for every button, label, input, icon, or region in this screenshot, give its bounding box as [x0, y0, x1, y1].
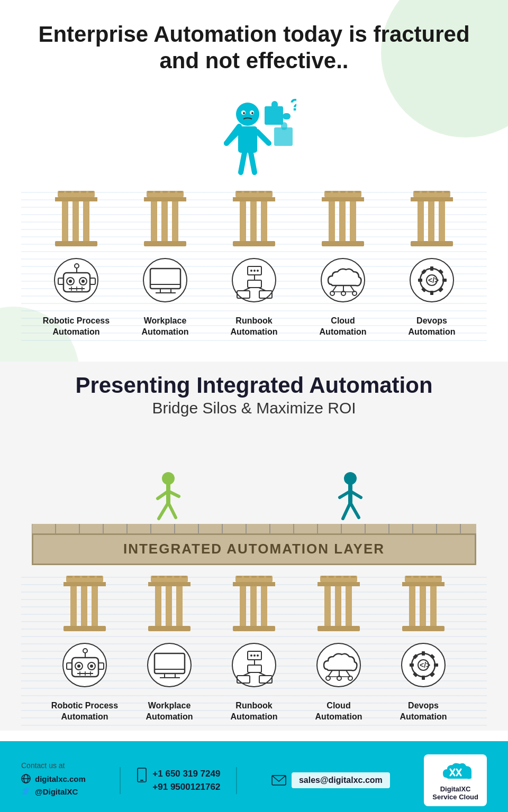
- svg-rect-184: [155, 586, 161, 626]
- automation-item-rpa-bottom: Robotic ProcessAutomation: [42, 576, 127, 731]
- svg-rect-242: [409, 586, 415, 626]
- runbook-label-bottom: RunbookAutomation: [231, 700, 278, 723]
- svg-rect-67: [259, 191, 264, 193]
- phone2: +91 9500121762: [152, 780, 220, 794]
- svg-rect-160: [81, 586, 87, 626]
- rpa-label-bottom: Robotic ProcessAutomation: [51, 700, 118, 723]
- pillar-icon-bottom: [146, 576, 193, 634]
- automation-item-cloud-bottom: CloudAutomation: [296, 576, 381, 731]
- automation-item-runbook-bottom: RunbookAutomation: [212, 576, 296, 731]
- svg-rect-59: [233, 197, 275, 201]
- svg-rect-68: [266, 191, 271, 193]
- svg-rect-11: [238, 126, 257, 153]
- svg-point-9: [243, 112, 245, 114]
- pillar-icon: [319, 191, 367, 249]
- devops-label-top: DevopsAutomation: [409, 316, 456, 338]
- svg-rect-44: [151, 201, 157, 241]
- website-row: digitalxc.com: [21, 774, 86, 783]
- svg-rect-116: [418, 279, 422, 282]
- bridge-layer-label: INTEGRATED AUTOMATION LAYER: [123, 541, 385, 557]
- svg-rect-85: [322, 241, 364, 246]
- svg-rect-64: [237, 191, 242, 193]
- confused-person-icon: ?: [21, 90, 487, 180]
- svg-rect-43: [144, 197, 186, 201]
- footer-phone-section: +1 650 319 7249 +91 9500121762: [120, 767, 237, 794]
- svg-text:</>: </>: [420, 661, 430, 669]
- svg-line-134: [350, 503, 359, 518]
- svg-point-172: [77, 665, 80, 668]
- svg-rect-27: [88, 191, 94, 193]
- svg-point-77: [250, 270, 252, 272]
- svg-rect-65: [244, 191, 249, 193]
- svg-rect-225: [318, 626, 360, 631]
- svg-point-78: [253, 270, 256, 272]
- runbook-label-top: RunbookAutomation: [231, 316, 278, 338]
- pillar-icon-bottom: [315, 576, 362, 634]
- svg-rect-221: [318, 582, 360, 586]
- svg-rect-187: [148, 626, 190, 631]
- svg-rect-241: [402, 582, 444, 586]
- svg-rect-159: [70, 586, 77, 626]
- svg-rect-2: [283, 113, 291, 119]
- svg-rect-47: [144, 241, 186, 246]
- gear-icon-bottom: </>: [401, 643, 446, 688]
- svg-rect-18: [55, 197, 97, 201]
- svg-rect-103: [428, 201, 434, 241]
- phone1: +1 650 319 7249: [152, 767, 220, 781]
- svg-rect-257: [434, 663, 438, 667]
- svg-point-33: [81, 280, 85, 283]
- svg-rect-243: [420, 586, 426, 626]
- email-icon: [271, 775, 286, 786]
- svg-rect-189: [159, 576, 165, 578]
- svg-rect-89: [348, 191, 353, 193]
- svg-rect-1: [271, 101, 278, 109]
- svg-point-79: [257, 270, 259, 272]
- svg-rect-107: [422, 191, 427, 193]
- walker-right-icon: [333, 471, 370, 524]
- svg-rect-230: [351, 576, 356, 578]
- integrated-subtitle: Bridge Silos & Maximize ROI: [21, 399, 487, 417]
- network-icon-bottom: [232, 643, 277, 688]
- contact-label: Contact us at: [21, 761, 86, 770]
- pillar-icon: [141, 191, 189, 249]
- svg-rect-86: [325, 191, 331, 193]
- devops-label-bottom: DevopsAutomation: [400, 700, 447, 723]
- svg-line-128: [168, 503, 176, 518]
- svg-rect-102: [418, 201, 424, 241]
- svg-rect-117: [442, 279, 447, 282]
- main-title: Enterprise Automation today is fractured…: [21, 21, 487, 75]
- svg-rect-48: [148, 191, 153, 193]
- svg-rect-108: [429, 191, 434, 193]
- monitor-icon-bottom: [147, 643, 192, 688]
- svg-rect-185: [166, 586, 172, 626]
- svg-line-15: [241, 153, 244, 172]
- svg-rect-229: [343, 576, 349, 578]
- bridge-diagram: INTEGRATED AUTOMATION LAYER: [21, 428, 487, 565]
- walker-left-icon: [148, 471, 185, 524]
- svg-rect-227: [329, 576, 334, 578]
- pillar-icon: [408, 191, 456, 249]
- svg-rect-90: [355, 191, 360, 193]
- svg-text:?: ?: [290, 95, 296, 114]
- svg-rect-223: [335, 586, 341, 626]
- footer-contact-section: Contact us at digitalxc.com @DigitalXC: [21, 761, 86, 799]
- svg-rect-166: [89, 576, 95, 578]
- svg-rect-165: [82, 576, 87, 578]
- svg-rect-105: [411, 241, 453, 246]
- pillar-icon: [52, 191, 100, 249]
- svg-rect-247: [413, 576, 419, 578]
- svg-rect-202: [261, 586, 267, 626]
- svg-point-10: [251, 112, 253, 114]
- bridge-planks: [32, 524, 476, 533]
- svg-rect-161: [92, 586, 98, 626]
- svg-rect-222: [324, 586, 331, 626]
- svg-rect-20: [72, 201, 79, 241]
- robot-icon-bottom: [62, 643, 107, 688]
- svg-point-28: [55, 259, 98, 302]
- globe-icon: [21, 774, 31, 783]
- twitter-icon: [21, 787, 31, 796]
- svg-rect-110: [444, 191, 449, 193]
- svg-rect-183: [148, 582, 190, 586]
- svg-rect-104: [439, 201, 445, 241]
- footer-email-section: sales@digitalxc.com: [271, 772, 390, 788]
